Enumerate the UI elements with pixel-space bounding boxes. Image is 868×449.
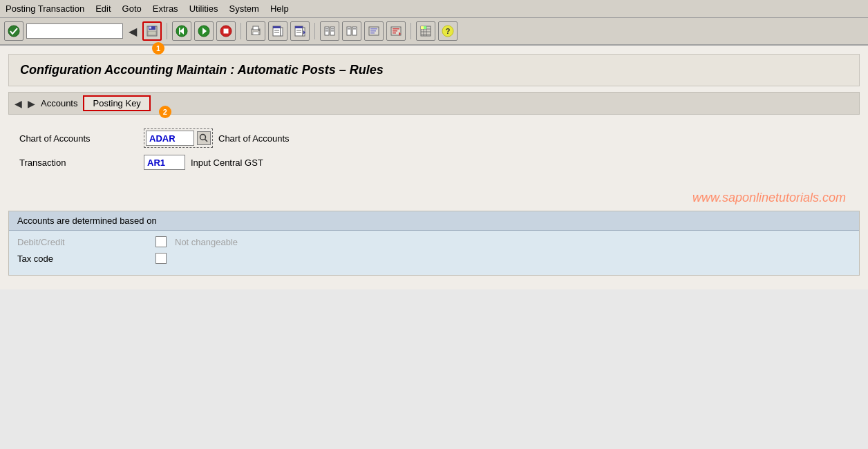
menu-utilities[interactable]: Utilities bbox=[189, 3, 218, 14]
find-next-button[interactable] bbox=[290, 21, 310, 41]
accounts-section: Accounts are determined based on Debit/C… bbox=[8, 211, 860, 276]
tax-code-checkbox[interactable] bbox=[155, 253, 167, 264]
find-button[interactable] bbox=[268, 21, 287, 41]
page-title-section: Configuration Accounting Maintain : Auto… bbox=[8, 54, 860, 86]
page-title: Configuration Accounting Maintain : Auto… bbox=[20, 63, 848, 77]
annotation-2: 2 bbox=[159, 106, 171, 118]
svg-rect-32 bbox=[331, 30, 334, 32]
chart-of-accounts-field-group bbox=[144, 128, 213, 148]
separator-1 bbox=[167, 23, 167, 39]
svg-rect-17 bbox=[273, 26, 281, 28]
svg-rect-40 bbox=[370, 32, 375, 34]
svg-rect-34 bbox=[352, 27, 357, 35]
separator-2 bbox=[240, 23, 241, 39]
accounts-body: Debit/Credit Not changeable Tax code bbox=[9, 231, 859, 275]
chart-of-accounts-input[interactable] bbox=[146, 131, 194, 146]
confirm-button[interactable] bbox=[4, 21, 23, 41]
svg-rect-11 bbox=[224, 29, 229, 34]
svg-rect-36 bbox=[353, 28, 356, 30]
transaction-label: Transaction bbox=[19, 157, 144, 168]
svg-text:?: ? bbox=[446, 27, 451, 35]
svg-rect-4 bbox=[148, 31, 156, 35]
menu-posting-transaction[interactable]: Posting Transaction bbox=[6, 3, 84, 14]
tab-nav-left[interactable]: ◀ bbox=[15, 98, 22, 109]
svg-rect-42 bbox=[393, 28, 399, 30]
svg-rect-13 bbox=[253, 26, 258, 30]
chart-of-accounts-label: Chart of Accounts bbox=[19, 133, 144, 144]
svg-line-57 bbox=[205, 140, 208, 142]
debit-credit-row: Debit/Credit Not changeable bbox=[17, 236, 851, 247]
debit-credit-checkbox[interactable] bbox=[155, 236, 167, 247]
svg-rect-14 bbox=[253, 32, 258, 35]
svg-rect-7 bbox=[179, 28, 180, 35]
transaction-row: Transaction Input Central GST bbox=[19, 155, 860, 170]
menu-bar: Posting Transaction Edit Goto Extras Uti… bbox=[0, 0, 868, 18]
menu-edit[interactable]: Edit bbox=[95, 3, 111, 14]
separator-3 bbox=[314, 23, 315, 39]
watermark: www.saponlinetutorials.com bbox=[8, 191, 860, 205]
svg-rect-18 bbox=[281, 28, 283, 36]
layout-button[interactable] bbox=[416, 21, 435, 41]
chart-of-accounts-row: Chart of Accounts Chart of Accounts bbox=[19, 128, 860, 148]
menu-goto[interactable]: Goto bbox=[122, 3, 142, 14]
transaction-text: Input Central GST bbox=[191, 157, 263, 168]
chart-of-accounts-search-btn[interactable] bbox=[197, 131, 211, 145]
tax-code-row: Tax code bbox=[17, 253, 851, 264]
svg-rect-35 bbox=[348, 28, 350, 30]
tabs-section: ◀ ▶ Accounts Posting Key 2 bbox=[8, 92, 860, 115]
forward-button[interactable] bbox=[194, 21, 214, 41]
svg-rect-33 bbox=[347, 27, 351, 35]
stop-button[interactable] bbox=[216, 21, 236, 41]
help-button[interactable]: ? bbox=[438, 21, 457, 41]
back-button[interactable] bbox=[172, 21, 191, 41]
form-section: Chart of Accounts Chart of Accounts Tran… bbox=[8, 123, 860, 182]
svg-rect-29 bbox=[326, 28, 328, 30]
first-page-button[interactable] bbox=[320, 21, 339, 41]
prev-page-button[interactable] bbox=[364, 21, 384, 41]
accounts-header: Accounts are determined based on bbox=[9, 211, 859, 231]
svg-rect-53 bbox=[424, 26, 426, 29]
svg-rect-52 bbox=[421, 26, 424, 29]
menu-extras[interactable]: Extras bbox=[153, 3, 178, 14]
annotation-1: 1 bbox=[152, 42, 164, 55]
nav-arrow-left[interactable]: ◀ bbox=[126, 25, 140, 38]
svg-rect-15 bbox=[258, 30, 260, 31]
last-page-button[interactable] bbox=[342, 21, 361, 41]
command-field[interactable] bbox=[26, 23, 123, 39]
svg-rect-44 bbox=[393, 32, 396, 34]
transaction-input[interactable] bbox=[144, 155, 185, 170]
main-content: Configuration Accounting Maintain : Auto… bbox=[0, 46, 868, 289]
menu-help[interactable]: Help bbox=[270, 3, 289, 14]
debit-credit-value: Not changeable bbox=[175, 237, 238, 247]
svg-rect-31 bbox=[326, 30, 328, 32]
toolbar: ◀ 1 bbox=[0, 18, 868, 46]
debit-credit-label: Debit/Credit bbox=[17, 237, 155, 247]
svg-rect-38 bbox=[370, 28, 377, 30]
svg-rect-3 bbox=[149, 27, 151, 29]
tab-posting-key[interactable]: Posting Key bbox=[83, 95, 150, 111]
svg-rect-30 bbox=[331, 28, 334, 30]
tab-nav-right[interactable]: ▶ bbox=[28, 98, 35, 109]
next-page-button[interactable] bbox=[386, 21, 406, 41]
svg-rect-43 bbox=[393, 30, 397, 32]
tab-accounts-label: Accounts bbox=[41, 98, 77, 108]
print-button[interactable] bbox=[246, 21, 265, 41]
tax-code-label: Tax code bbox=[17, 254, 155, 264]
chart-of-accounts-text: Chart of Accounts bbox=[218, 133, 290, 144]
menu-system[interactable]: System bbox=[229, 3, 259, 14]
svg-point-0 bbox=[8, 26, 19, 37]
separator-4 bbox=[411, 23, 411, 39]
save-button[interactable]: 1 bbox=[142, 21, 162, 41]
svg-rect-22 bbox=[295, 26, 303, 28]
svg-rect-39 bbox=[370, 30, 376, 32]
svg-point-56 bbox=[200, 135, 206, 140]
